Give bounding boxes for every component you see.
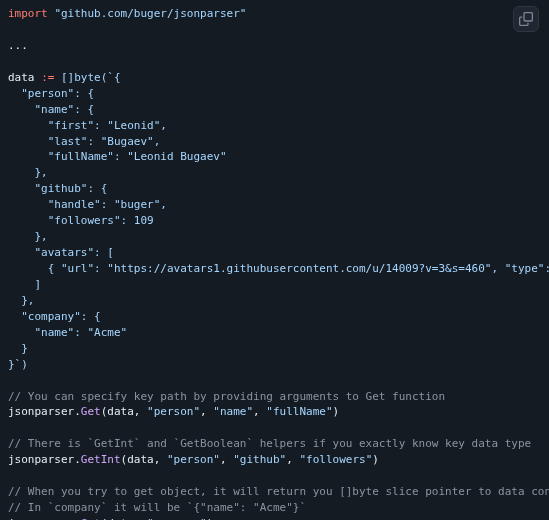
json-line: { "url": "https://avatars1.githubusercon…: [8, 262, 549, 275]
comment: // There is `GetInt` and `GetBoolean` he…: [8, 437, 531, 450]
args-close: ): [372, 453, 379, 466]
json-line: ]: [8, 278, 41, 291]
json-line: },: [8, 230, 48, 243]
sep: ,: [220, 453, 233, 466]
comment: // You can specify key path by providing…: [8, 390, 445, 403]
arg: "fullName": [266, 405, 332, 418]
byte-literal-close: }`): [8, 358, 28, 371]
pkg: jsonparser.: [8, 405, 81, 418]
sep: ,: [200, 405, 213, 418]
pkg: jsonparser.: [8, 453, 81, 466]
json-line: "fullName": "Leonid Bugaev": [8, 150, 227, 163]
json-line: "github": {: [8, 182, 107, 195]
json-line: },: [8, 166, 48, 179]
json-line: "name": {: [8, 103, 94, 116]
json-line: },: [8, 294, 35, 307]
json-line: "avatars": [: [8, 246, 114, 259]
sep: ,: [253, 405, 266, 418]
arg: "followers": [299, 453, 372, 466]
import-path: "github.com/buger/jsonparser": [54, 7, 246, 20]
json-line: "company": {: [8, 310, 101, 323]
arg: "person": [147, 405, 200, 418]
fn-get: Get: [81, 405, 101, 418]
ellipsis: ...: [8, 39, 28, 52]
json-line: "name": "Acme": [8, 326, 127, 339]
args-open: (data,: [101, 405, 147, 418]
code-block: import "github.com/buger/jsonparser" ...…: [0, 0, 549, 520]
json-line: }: [8, 342, 28, 355]
byte-literal-open: []byte(`{: [61, 71, 121, 84]
json-line: "handle": "buger",: [8, 198, 167, 211]
arg: "person": [167, 453, 220, 466]
arg: "name": [213, 405, 253, 418]
data-ident: data: [8, 71, 41, 84]
json-line: "last": "Bugaev",: [8, 135, 160, 148]
copy-button[interactable]: [513, 6, 539, 32]
json-line: "followers": 109: [8, 214, 154, 227]
json-line: "person": {: [8, 87, 94, 100]
json-line: "first": "Leonid",: [8, 119, 167, 132]
args-open: (data,: [121, 453, 167, 466]
copy-icon: [519, 12, 533, 26]
sep: ,: [286, 453, 299, 466]
keyword-import: import: [8, 7, 48, 20]
assign-op: :=: [41, 71, 61, 84]
comment: // When you try to get object, it will r…: [8, 485, 549, 498]
comment: // In `company` it will be `{"name": "Ac…: [8, 501, 306, 514]
fn-getint: GetInt: [81, 453, 121, 466]
args-close: ): [333, 405, 340, 418]
arg: "github": [233, 453, 286, 466]
